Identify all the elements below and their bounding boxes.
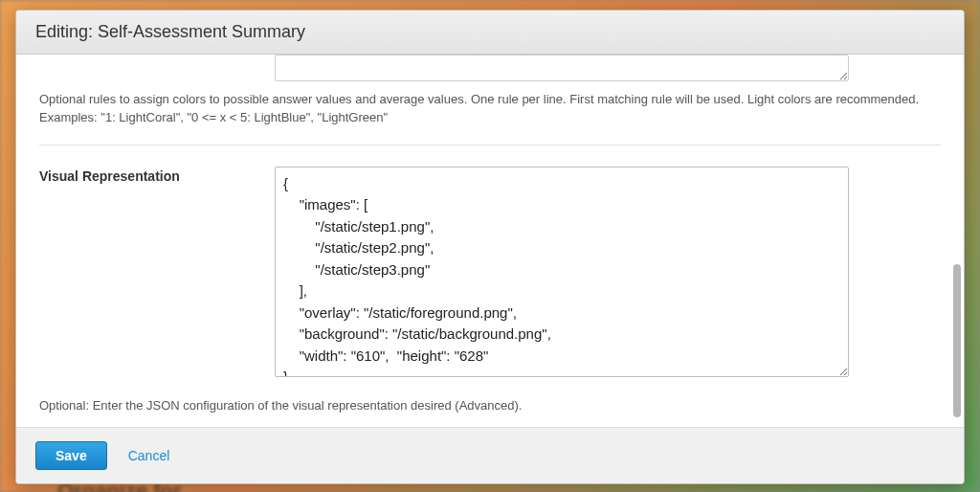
scrollbar[interactable] [953, 112, 961, 417]
visual-representation-textarea[interactable] [275, 167, 849, 377]
edit-modal: Editing: Self-Assessment Summary Optiona… [15, 10, 965, 484]
modal-title: Editing: Self-Assessment Summary [35, 22, 945, 42]
visual-representation-label: Visual Representation [39, 167, 275, 381]
visual-representation-help: Optional: Enter the JSON configuration o… [39, 391, 941, 427]
color-rules-section: Optional rules to assign colors to possi… [39, 55, 941, 145]
color-rules-help: Optional rules to assign colors to possi… [39, 91, 941, 127]
modal-footer: Save Cancel [16, 427, 964, 483]
color-rules-textarea[interactable] [275, 55, 849, 81]
modal-header: Editing: Self-Assessment Summary [16, 11, 964, 55]
modal-body[interactable]: Optional rules to assign colors to possi… [16, 55, 964, 427]
save-button[interactable]: Save [35, 441, 107, 470]
cancel-button[interactable]: Cancel [128, 448, 170, 463]
visual-representation-section: Visual Representation [39, 145, 941, 391]
scrollbar-thumb[interactable] [953, 264, 961, 417]
